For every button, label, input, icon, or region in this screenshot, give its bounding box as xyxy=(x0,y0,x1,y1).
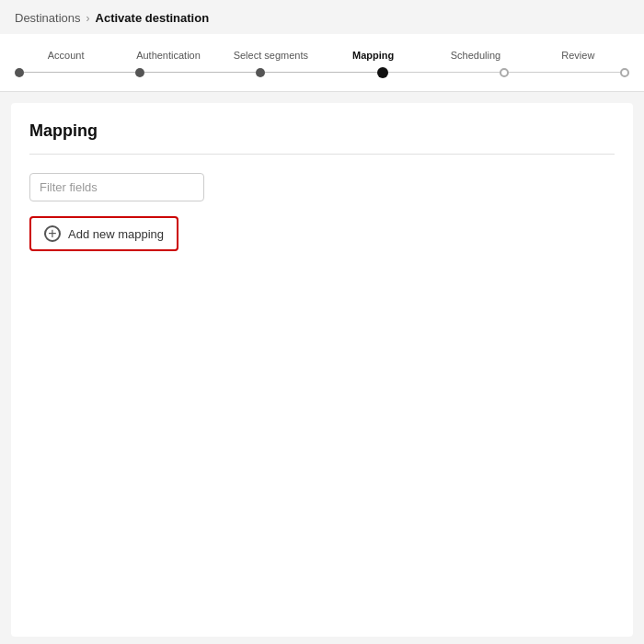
page-container: Destinations › Activate destination Acco… xyxy=(0,0,644,644)
breadcrumb-chevron: › xyxy=(86,12,90,25)
step-dot-account xyxy=(15,68,24,77)
step-label-account: Account xyxy=(48,50,85,61)
step-dot-scheduling xyxy=(500,68,509,77)
step-dot-mapping xyxy=(377,67,388,78)
breadcrumb-link[interactable]: Destinations xyxy=(15,11,81,25)
filter-fields-input[interactable] xyxy=(29,173,204,201)
steps-wrapper: Account Authentication Select segments M… xyxy=(15,47,629,91)
steps-container: Account Authentication Select segments M… xyxy=(0,34,644,92)
step-label-scheduling: Scheduling xyxy=(451,50,500,61)
add-mapping-label: Add new mapping xyxy=(68,227,164,241)
plus-icon: + xyxy=(44,225,61,242)
connector-2 xyxy=(144,72,256,73)
add-mapping-button[interactable]: + Add new mapping xyxy=(29,216,178,251)
breadcrumb: Destinations › Activate destination xyxy=(0,0,644,34)
divider xyxy=(29,154,615,155)
step-label-authentication: Authentication xyxy=(136,50,201,61)
connector-4 xyxy=(388,72,500,73)
step-label-review: Review xyxy=(561,50,594,61)
connector-1 xyxy=(24,72,135,73)
main-content: Mapping + Add new mapping xyxy=(11,103,633,637)
step-label-mapping: Mapping xyxy=(352,50,394,61)
step-dot-select-segments xyxy=(256,68,265,77)
section-title: Mapping xyxy=(29,121,615,141)
step-dot-authentication xyxy=(135,68,144,77)
step-dot-review xyxy=(620,68,629,77)
breadcrumb-current: Activate destination xyxy=(96,11,210,25)
connector-5 xyxy=(509,72,620,73)
step-label-select-segments: Select segments xyxy=(234,50,308,61)
connector-3 xyxy=(265,72,376,73)
